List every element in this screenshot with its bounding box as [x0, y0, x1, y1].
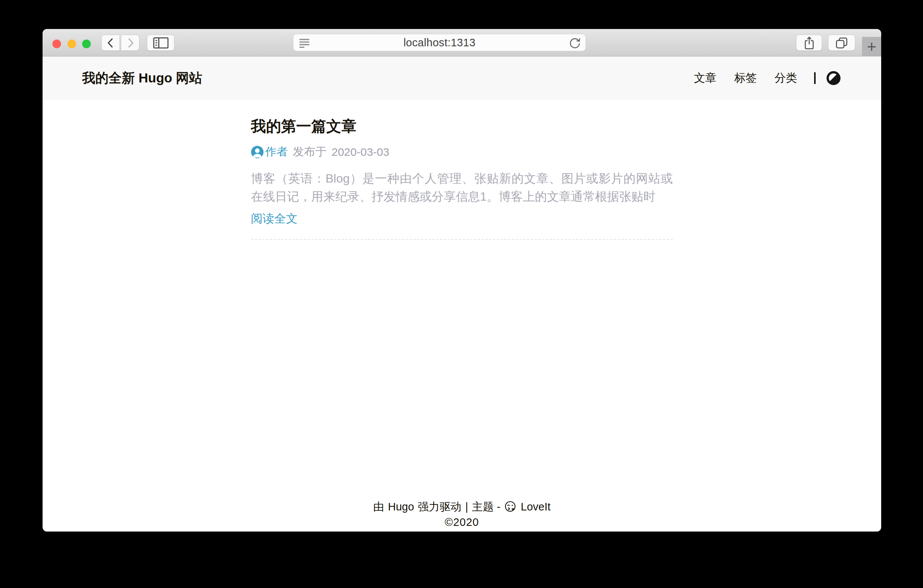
author-link[interactable]: 作者 [265, 144, 288, 160]
post-summary: 我的第一篇文章 作者 发布于 2020-03-03 博客（英语： [251, 100, 673, 240]
tabs-overview-icon [834, 36, 849, 50]
post-excerpt: 博客（英语：Blog）是一种由个人管理、张贴新的文章、图片或影片的网站或在线日记… [251, 169, 673, 206]
plus-icon: + [867, 38, 877, 55]
sidebar-toggle-button[interactable] [147, 34, 174, 51]
site-nav: 文章 标签 分类 [676, 70, 841, 86]
footer-powered-prefix: 由 [373, 499, 384, 514]
user-circle-icon [251, 146, 264, 159]
site-footer: 由 Hugo 强力驱动 | 主题 - LoveIt ©2020 [43, 499, 881, 529]
chevron-right-icon [125, 36, 136, 49]
browser-toolbar: localhost:1313 [43, 29, 881, 56]
share-icon [802, 35, 816, 51]
close-window-button[interactable] [53, 39, 61, 48]
nav-divider [814, 72, 816, 84]
post-date: 2020-03-03 [332, 146, 389, 159]
footer-separator: | [465, 499, 468, 514]
site-header: 我的全新 Hugo 网站 文章 标签 分类 [43, 56, 881, 100]
new-tab-button[interactable]: + [862, 37, 881, 56]
minimize-window-button[interactable] [67, 39, 76, 48]
read-more-link[interactable]: 阅读全文 [251, 211, 297, 227]
theme-name-link[interactable]: LoveIt [521, 499, 550, 514]
hugo-link[interactable]: Hugo [388, 499, 414, 514]
url-text: localhost:1313 [294, 36, 585, 49]
kiss-wink-heart-icon [504, 501, 517, 513]
footer-theme-prefix: 主题 - [472, 499, 501, 514]
refresh-icon[interactable] [568, 36, 582, 50]
summary-divider [251, 239, 673, 240]
nav-item-tags[interactable]: 标签 [734, 70, 757, 86]
zoom-window-button[interactable] [82, 39, 91, 48]
back-button[interactable] [101, 34, 120, 51]
share-button[interactable] [796, 34, 822, 51]
post-title-link[interactable]: 我的第一篇文章 [251, 100, 673, 134]
show-tabs-button[interactable] [828, 34, 855, 51]
nav-item-posts[interactable]: 文章 [694, 70, 716, 86]
reader-view-icon[interactable] [298, 38, 311, 49]
theme-toggle-icon[interactable] [826, 71, 841, 85]
forward-button[interactable] [121, 34, 140, 51]
published-label: 发布于 [293, 144, 327, 160]
post-meta: 作者 发布于 2020-03-03 [251, 144, 673, 160]
address-bar[interactable]: localhost:1313 [293, 34, 586, 51]
browser-window: localhost:1313 [43, 29, 881, 532]
sidebar-icon [153, 36, 169, 50]
nav-item-categories[interactable]: 分类 [775, 70, 797, 86]
copyright-text: ©2020 [43, 516, 881, 529]
chevron-left-icon [105, 36, 117, 49]
site-title-link[interactable]: 我的全新 Hugo 网站 [82, 69, 202, 87]
footer-powered-line: 由 Hugo 强力驱动 | 主题 - LoveIt [43, 499, 881, 514]
footer-powered-suffix: 强力驱动 [418, 499, 462, 514]
page-body: 我的第一篇文章 作者 发布于 2020-03-03 博客（英语： [43, 100, 881, 532]
